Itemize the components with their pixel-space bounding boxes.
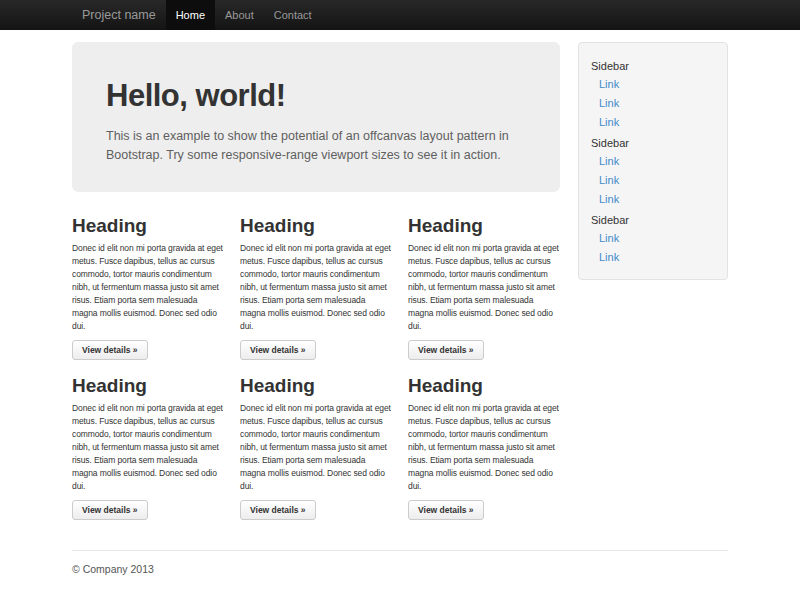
sidebar-link[interactable]: Link [591,152,715,171]
sidebar-link[interactable]: Link [591,75,715,94]
sidebar-link[interactable]: Link [591,229,715,248]
sidebar-link[interactable]: Link [591,94,715,113]
sidebar-link[interactable]: Link [591,248,715,267]
card: Heading Donec id elit non mi porta gravi… [72,376,224,520]
card-body-text: Donec id elit non mi porta gravida at eg… [72,242,224,333]
card: Heading Donec id elit non mi porta gravi… [408,376,560,520]
card-heading: Heading [408,216,560,236]
view-details-button[interactable]: View details » [240,340,316,360]
card-heading: Heading [240,376,392,396]
cards-row-2: Heading Donec id elit non mi porta gravi… [72,376,560,520]
sidebar-link[interactable]: Link [591,113,715,132]
main-content: Hello, world! This is an example to show… [72,42,560,536]
navbar-brand[interactable]: Project name [72,0,166,30]
sidebar-link[interactable]: Link [591,171,715,190]
sidebar-link[interactable]: Link [591,190,715,209]
nav-item-about[interactable]: About [215,0,264,30]
sidebar-header: Sidebar [591,55,715,75]
sidebar: Sidebar Link Link Link Sidebar Link Link… [578,42,728,280]
card: Heading Donec id elit non mi porta gravi… [72,216,224,360]
card-body-text: Donec id elit non mi porta gravida at eg… [72,402,224,493]
card-heading: Heading [408,376,560,396]
card-body-text: Donec id elit non mi porta gravida at eg… [408,242,560,333]
card-body-text: Donec id elit non mi porta gravida at eg… [240,242,392,333]
card: Heading Donec id elit non mi porta gravi… [240,376,392,520]
footer: © Company 2013 [72,551,728,600]
sidebar-header: Sidebar [591,132,715,152]
sidebar-header: Sidebar [591,209,715,229]
jumbotron: Hello, world! This is an example to show… [72,42,560,192]
copyright-text: © Company 2013 [72,551,728,600]
content-row: Hello, world! This is an example to show… [72,42,728,536]
card: Heading Donec id elit non mi porta gravi… [240,216,392,360]
navbar-menu: Home About Contact [166,0,322,30]
navbar: Project name Home About Contact [0,0,800,30]
card-body-text: Donec id elit non mi porta gravida at eg… [408,402,560,493]
view-details-button[interactable]: View details » [408,500,484,520]
view-details-button[interactable]: View details » [72,500,148,520]
view-details-button[interactable]: View details » [72,340,148,360]
page-container: Hello, world! This is an example to show… [72,30,728,600]
card-heading: Heading [240,216,392,236]
card: Heading Donec id elit non mi porta gravi… [408,216,560,360]
card-heading: Heading [72,376,224,396]
card-body-text: Donec id elit non mi porta gravida at eg… [240,402,392,493]
card-heading: Heading [72,216,224,236]
nav-item-contact[interactable]: Contact [264,0,322,30]
view-details-button[interactable]: View details » [240,500,316,520]
cards-row-1: Heading Donec id elit non mi porta gravi… [72,216,560,360]
view-details-button[interactable]: View details » [408,340,484,360]
jumbotron-description: This is an example to show the potential… [106,127,526,165]
page-title: Hello, world! [106,78,526,114]
nav-item-home[interactable]: Home [166,0,215,30]
